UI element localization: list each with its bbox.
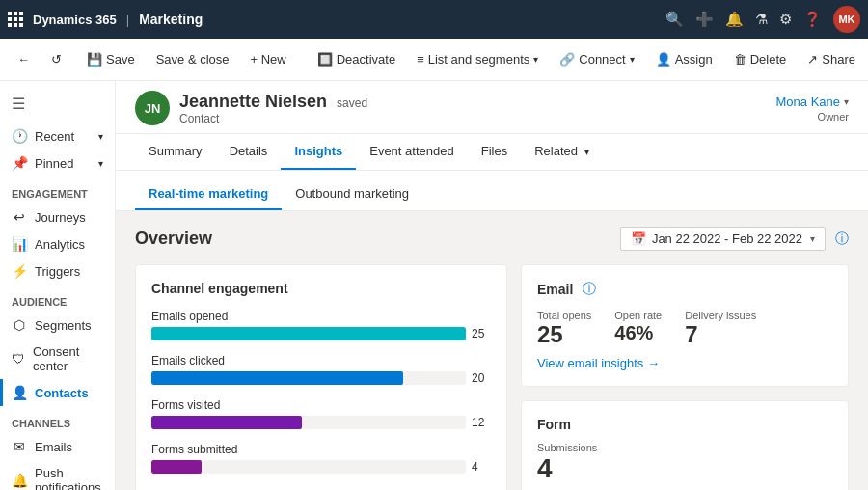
sidebar-item-journeys[interactable]: ↩ Journeys [0,204,115,231]
sidebar-item-emails[interactable]: ✉ Emails [0,433,115,460]
sidebar-item-label: Journeys [35,210,86,225]
sidebar-item-label: Contacts [35,386,89,400]
chevron-down-icon: ▾ [844,96,849,107]
connect-button[interactable]: 🔗 Connect ▾ [550,48,643,70]
sidebar-item-pinned[interactable]: 📌 Pinned ▾ [0,150,115,177]
sidebar-item-analytics[interactable]: 📊 Analytics [0,231,115,258]
sidebar-item-label: Consent center [33,344,103,373]
record-saved: saved [337,96,367,110]
chevron-down-icon: ▾ [810,233,815,244]
sidebar-category-engagement: Engagement [0,177,115,204]
add-icon[interactable]: ➕ [695,11,714,28]
list-segments-button[interactable]: ≡ List and segments ▾ [407,48,548,70]
bar-track [151,416,466,429]
tab-related[interactable]: Related ▾ [521,134,602,170]
waffle-menu[interactable]: Dynamics 365 [8,12,117,27]
bar-row-forms-visited: Forms visited 12 [151,398,491,429]
stat-value: 25 [537,323,591,346]
sidebar-item-label: Analytics [35,237,85,252]
record-info: Jeannette Nielsen saved Contact [179,92,367,125]
stat-total-opens: Total opens 25 [537,310,591,346]
overview-header: Overview 📅 Jan 22 2022 - Feb 22 2022 ▾ ⓘ [135,227,849,251]
bar-value: 12 [472,416,491,429]
stat-open-rate: Open rate 46% [614,310,662,346]
tab-details[interactable]: Details [216,134,282,170]
journeys-icon: ↩ [12,209,27,225]
app-layout: ☰ 🕐 Recent ▾ 📌 Pinned ▾ Engagement ↩ Jou… [0,81,868,490]
delete-button[interactable]: 🗑 Delete [724,48,797,70]
bar-fill [151,371,403,385]
view-email-insights-link[interactable]: View email insights → [537,356,832,370]
sidebar-item-contacts[interactable]: 👤 Contacts [0,379,115,406]
deactivate-button[interactable]: 🔲 Deactivate [308,48,405,70]
bar-label: Emails opened [151,310,491,323]
record-owner-name[interactable]: Mona Kane [776,95,841,109]
help-icon[interactable]: ❓ [803,11,822,28]
email-header: Email ⓘ [537,281,832,298]
sidebar-item-push[interactable]: 🔔 Push notifications [0,460,115,490]
tab-summary[interactable]: Summary [135,134,216,170]
sidebar-item-segments[interactable]: ⬡ Segments [0,312,115,339]
sub-tab-outbound[interactable]: Outbound marketing [282,178,422,210]
form-submissions-value: 4 [537,455,832,482]
bar-value: 25 [472,327,491,340]
info-icon[interactable]: ⓘ [583,281,596,298]
new-button[interactable]: + New [241,48,296,70]
top-bar-icons: 🔍 ➕ 🔔 ⚗ ⚙ ❓ MK [665,6,860,33]
email-card: Email ⓘ Total opens 25 Open rate 46% [521,264,849,387]
record-type: Contact [179,112,367,125]
sub-tab-realtime[interactable]: Real-time marketing [135,178,282,210]
chevron-down-icon: ▾ [584,147,589,157]
email-title: Email [537,282,573,297]
search-icon[interactable]: 🔍 [665,11,684,28]
tab-insights[interactable]: Insights [281,134,356,170]
info-icon[interactable]: ⓘ [835,231,849,248]
consent-icon: 🛡 [12,351,25,367]
bell-icon[interactable]: 🔔 [725,11,744,28]
sidebar-item-label: Emails [35,440,72,454]
avatar[interactable]: MK [833,6,860,33]
bar-track [151,460,466,474]
stat-value: 46% [614,323,662,342]
form-submissions-label: Submissions [537,442,832,453]
sidebar-item-label: Triggers [35,264,80,279]
sidebar-item-triggers[interactable]: ⚡ Triggers [0,258,115,285]
stat-value: 7 [685,323,756,346]
tab-event[interactable]: Event attended [356,134,467,170]
back-button[interactable]: ← [8,48,40,70]
date-range-text: Jan 22 2022 - Feb 22 2022 [652,231,802,246]
app-name: Dynamics 365 [33,13,117,27]
settings-icon[interactable]: ⚙ [779,11,792,28]
main-content: JN Jeannette Nielsen saved Contact Mona … [116,81,868,490]
bar-label: Emails clicked [151,354,491,368]
bar-fill [151,416,302,429]
module-name: Marketing [139,12,203,27]
stat-label: Delivery issues [685,310,756,321]
record-header-right: Mona Kane ▾ Owner [776,95,850,122]
save-icon: 💾 [87,52,102,67]
sidebar-toggle[interactable]: ☰ [0,89,115,119]
form-card: Form Submissions 4 View form insights → [521,400,849,490]
triggers-icon: ⚡ [12,263,27,279]
chevron-icon: ▾ [98,131,103,142]
sidebar-item-recent[interactable]: 🕐 Recent ▾ [0,122,115,150]
sidebar-item-consent[interactable]: 🛡 Consent center [0,339,115,379]
sidebar-item-label: Push notifications [35,466,103,490]
filter-icon[interactable]: ⚗ [755,11,768,28]
share-icon: ↗ [807,52,818,67]
delete-icon: 🗑 [734,52,746,67]
record-owner-label: Owner [818,111,849,122]
refresh-button[interactable]: ↺ [41,48,71,70]
save-button[interactable]: 💾 Save [77,48,145,70]
content-area: Overview 📅 Jan 22 2022 - Feb 22 2022 ▾ ⓘ… [116,211,868,490]
bar-track [151,327,466,340]
chevron-down-icon: ▾ [533,54,538,65]
share-button[interactable]: ↗ Share [798,48,865,70]
save-close-button[interactable]: Save & close [147,48,239,70]
tab-files[interactable]: Files [468,134,521,170]
date-range-picker[interactable]: 📅 Jan 22 2022 - Feb 22 2022 ▾ [620,227,826,251]
record-name: Jeannette Nielsen [179,92,327,112]
assign-button[interactable]: 👤 Assign [646,48,722,70]
right-cards: Email ⓘ Total opens 25 Open rate 46% [521,264,849,490]
form-title: Form [537,417,832,432]
